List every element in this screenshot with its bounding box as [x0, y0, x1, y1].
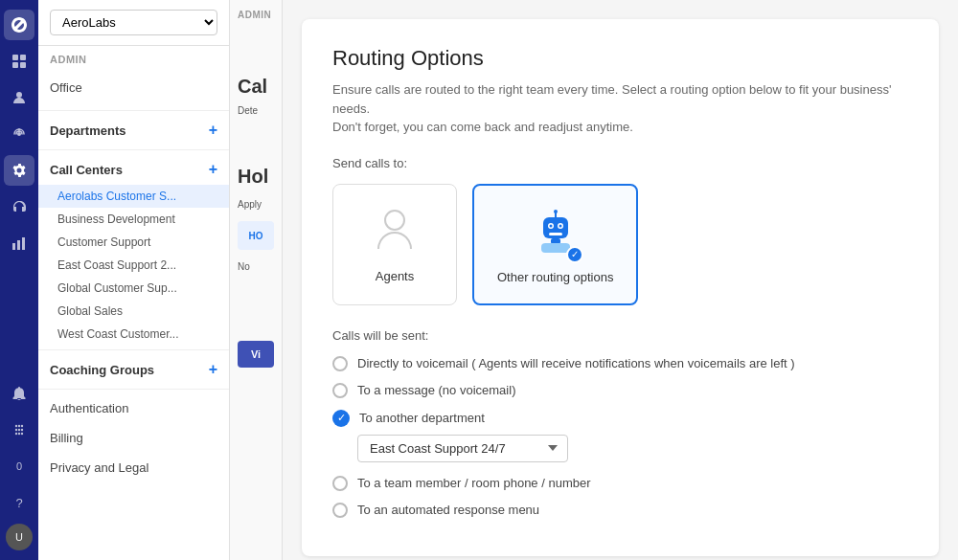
- svg-rect-0: [12, 55, 18, 60]
- routing-card: Routing Options Ensure calls are routed …: [302, 19, 939, 556]
- department-dropdown[interactable]: East Coast Support 24/7: [357, 435, 908, 462]
- svg-rect-1: [20, 55, 26, 60]
- routing-options-row: Agents: [332, 184, 908, 305]
- svg-rect-2: [12, 62, 18, 68]
- mid-hol-title: Hol: [230, 158, 282, 195]
- add-callcenter-button[interactable]: +: [209, 162, 217, 177]
- broadcast-icon[interactable]: [4, 119, 34, 149]
- nav-item-office-label: Office: [50, 80, 82, 95]
- nav-header-callcenters[interactable]: Call Centers +: [38, 154, 229, 185]
- mid-header: ADMIN: [230, 0, 282, 24]
- icon-sidebar: 0 ? U: [0, 0, 38, 560]
- grid-icon[interactable]: [4, 46, 34, 77]
- radio-department-label: To another department: [359, 411, 485, 425]
- agents-label: Agents: [376, 269, 414, 283]
- person-icon[interactable]: [4, 82, 34, 113]
- help-icon[interactable]: ?: [4, 487, 34, 518]
- svg-rect-7: [17, 240, 20, 250]
- radio-message-label: To a message (no voicemail): [357, 383, 515, 397]
- svg-point-5: [17, 132, 21, 136]
- radio-voicemail[interactable]: Directly to voicemail ( Agents will rece…: [332, 356, 908, 371]
- avatar[interactable]: U: [6, 524, 33, 550]
- mid-vi-badge[interactable]: Vi: [251, 348, 261, 360]
- admin-label: ADMIN: [38, 46, 229, 69]
- add-coaching-button[interactable]: +: [209, 362, 217, 377]
- svg-point-12: [15, 429, 17, 431]
- nav-sub-global-sales[interactable]: Global Sales: [38, 300, 229, 323]
- mid-det-label: Dete: [230, 101, 282, 120]
- radio-team-member[interactable]: To a team member / room phone / number: [332, 476, 908, 491]
- svg-point-17: [21, 433, 23, 435]
- svg-rect-8: [22, 237, 25, 250]
- svg-point-4: [16, 92, 22, 98]
- settings-icon[interactable]: [4, 155, 34, 186]
- other-routing-option[interactable]: ✓ Other routing options: [472, 184, 638, 305]
- other-routing-label: Other routing options: [497, 270, 613, 284]
- radio-auto-response-label: To an automated response menu: [357, 503, 539, 517]
- svg-point-11: [21, 425, 23, 427]
- mid-ho-badge: HO: [249, 231, 263, 241]
- bell-icon[interactable]: [4, 378, 34, 409]
- agent-icon-area: [366, 204, 423, 261]
- nav-sub-aerolabs[interactable]: Aerolabs Customer S...: [38, 185, 229, 208]
- nav-item-authentication-label: Authentication: [50, 401, 128, 415]
- org-dropdown[interactable]: AeroLabs: [50, 10, 217, 35]
- radio-team-member-circle[interactable]: [332, 476, 348, 491]
- svg-point-9: [15, 425, 17, 427]
- radio-auto-response[interactable]: To an automated response menu: [332, 503, 908, 518]
- nav-header-callcenters-label: Call Centers: [50, 163, 123, 177]
- nav-item-office[interactable]: Office: [38, 73, 229, 102]
- radio-department[interactable]: ✓ To another department: [332, 410, 908, 427]
- calls-will-be-sent-label: Calls will be sent:: [332, 328, 908, 343]
- add-department-button[interactable]: +: [209, 123, 217, 138]
- nav-sub-business-dev[interactable]: Business Development: [38, 208, 229, 231]
- nav-item-billing[interactable]: Billing: [38, 423, 229, 453]
- mid-cal-title: Cal: [230, 72, 282, 101]
- svg-rect-24: [549, 233, 562, 235]
- nav-header-coaching-label: Coaching Groups: [50, 363, 154, 377]
- mid-apply-label: Apply: [230, 195, 282, 213]
- nav-item-authentication[interactable]: Authentication: [38, 393, 229, 423]
- svg-rect-6: [12, 243, 15, 250]
- nav-section-office: Office: [38, 69, 229, 106]
- send-calls-label: Send calls to:: [332, 156, 908, 170]
- dialpad-icon[interactable]: [4, 414, 34, 445]
- radio-voicemail-circle[interactable]: [332, 356, 348, 371]
- robot-icon-area: ✓: [527, 205, 584, 262]
- radio-voicemail-label: Directly to voicemail ( Agents will rece…: [357, 356, 795, 370]
- radio-team-member-label: To a team member / room phone / number: [357, 476, 591, 490]
- logo-icon[interactable]: [4, 10, 34, 40]
- svg-point-15: [15, 433, 17, 435]
- nav-item-privacy[interactable]: Privacy and Legal: [38, 453, 229, 482]
- nav-sub-west-coast[interactable]: West Coast Customer...: [38, 323, 229, 346]
- svg-point-26: [554, 210, 558, 213]
- nav-sub-east-coast[interactable]: East Coast Support 2...: [38, 254, 229, 277]
- org-selector[interactable]: AeroLabs: [38, 0, 229, 46]
- middle-panel: ADMIN Cal Dete Hol Apply HO No Vi: [230, 0, 283, 560]
- svg-point-13: [18, 429, 20, 431]
- radio-auto-response-circle[interactable]: [332, 503, 348, 518]
- chart-icon[interactable]: [4, 228, 34, 258]
- nav-item-billing-label: Billing: [50, 431, 83, 445]
- svg-point-23: [559, 224, 561, 227]
- nav-header-coaching[interactable]: Coaching Groups +: [38, 354, 229, 385]
- radio-department-check[interactable]: ✓: [332, 410, 350, 427]
- left-panel: AeroLabs ADMIN Office Departments + Call…: [38, 0, 230, 560]
- nav-item-privacy-label: Privacy and Legal: [50, 460, 148, 475]
- svg-point-14: [21, 429, 23, 431]
- svg-point-18: [385, 211, 404, 230]
- nav-sub-global-customer[interactable]: Global Customer Sup...: [38, 277, 229, 300]
- agents-option[interactable]: Agents: [332, 184, 457, 305]
- department-select[interactable]: East Coast Support 24/7: [357, 435, 568, 462]
- nav-sub-customer-support[interactable]: Customer Support: [38, 231, 229, 254]
- zero-icon[interactable]: 0: [4, 451, 34, 482]
- headset-icon[interactable]: [4, 191, 34, 222]
- svg-rect-3: [20, 62, 26, 68]
- main-content: Routing Options Ensure calls are routed …: [283, 0, 958, 560]
- radio-message[interactable]: To a message (no voicemail): [332, 383, 908, 398]
- svg-point-22: [549, 224, 552, 227]
- radio-message-circle[interactable]: [332, 383, 348, 398]
- svg-rect-28: [541, 243, 570, 253]
- nav-header-departments[interactable]: Departments +: [38, 115, 229, 146]
- nav-header-departments-label: Departments: [50, 123, 125, 138]
